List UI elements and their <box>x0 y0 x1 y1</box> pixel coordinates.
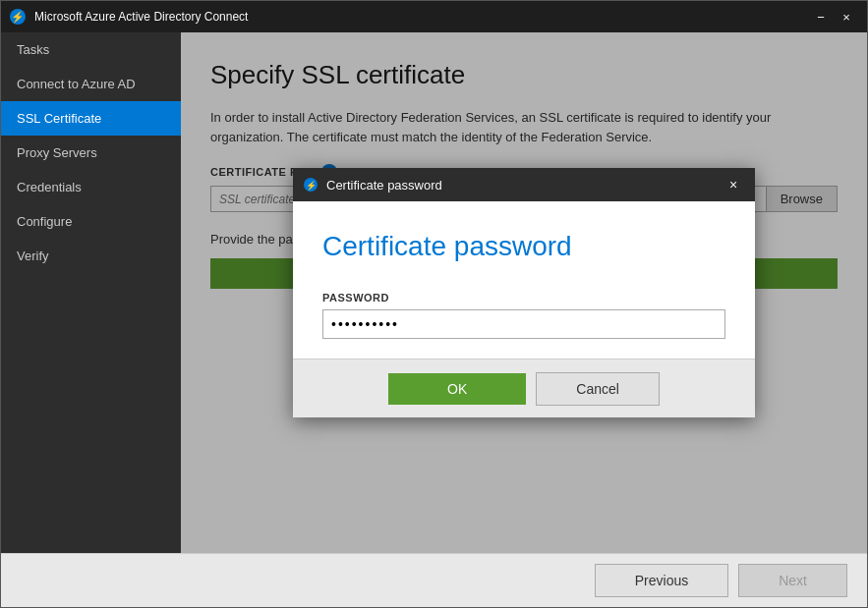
main-content: Tasks Connect to Azure AD SSL Certificat… <box>1 32 867 553</box>
close-button[interactable]: × <box>834 4 859 29</box>
sidebar-item-verify[interactable]: Verify <box>1 239 181 273</box>
app-icon: ⚡ <box>9 8 27 26</box>
modal-overlay: ⚡ Certificate password × Certificate pas… <box>181 32 867 553</box>
modal-heading: Certificate password <box>322 231 725 262</box>
modal-ok-button[interactable]: OK <box>388 373 526 405</box>
sidebar-item-tasks[interactable]: Tasks <box>1 32 181 67</box>
sidebar-item-connect-azure-ad[interactable]: Connect to Azure AD <box>1 67 181 101</box>
svg-text:⚡: ⚡ <box>11 10 25 24</box>
modal-password-label: PASSWORD <box>322 292 725 304</box>
main-window: ⚡ Microsoft Azure Active Directory Conne… <box>0 0 868 608</box>
modal-cancel-button[interactable]: Cancel <box>536 372 660 406</box>
modal-password-input[interactable] <box>322 309 725 339</box>
modal-title-bar: ⚡ Certificate password × <box>293 168 755 201</box>
sidebar-item-configure[interactable]: Configure <box>1 204 181 239</box>
window-title: Microsoft Azure Active Directory Connect <box>34 10 808 24</box>
sidebar: Tasks Connect to Azure AD SSL Certificat… <box>1 32 181 553</box>
minimize-button[interactable]: − <box>808 4 834 29</box>
sidebar-item-ssl-certificate[interactable]: SSL Certificate <box>1 101 181 136</box>
modal-close-button[interactable]: × <box>722 173 745 196</box>
modal-title: Certificate password <box>326 178 722 193</box>
previous-button[interactable]: Previous <box>595 564 728 597</box>
bottom-bar: Previous Next <box>1 553 867 607</box>
svg-text:⚡: ⚡ <box>306 180 318 192</box>
window-controls: − × <box>808 4 859 29</box>
modal-body: Certificate password PASSWORD <box>293 201 755 359</box>
sidebar-item-proxy-servers[interactable]: Proxy Servers <box>1 136 181 170</box>
modal-app-icon: ⚡ <box>303 177 318 193</box>
sidebar-item-credentials[interactable]: Credentials <box>1 170 181 204</box>
title-bar: ⚡ Microsoft Azure Active Directory Conne… <box>1 1 867 32</box>
modal-footer: OK Cancel <box>293 359 755 417</box>
certificate-password-modal: ⚡ Certificate password × Certificate pas… <box>293 168 755 417</box>
content-area: Specify SSL certificate In order to inst… <box>181 32 867 553</box>
next-button[interactable]: Next <box>738 564 847 597</box>
